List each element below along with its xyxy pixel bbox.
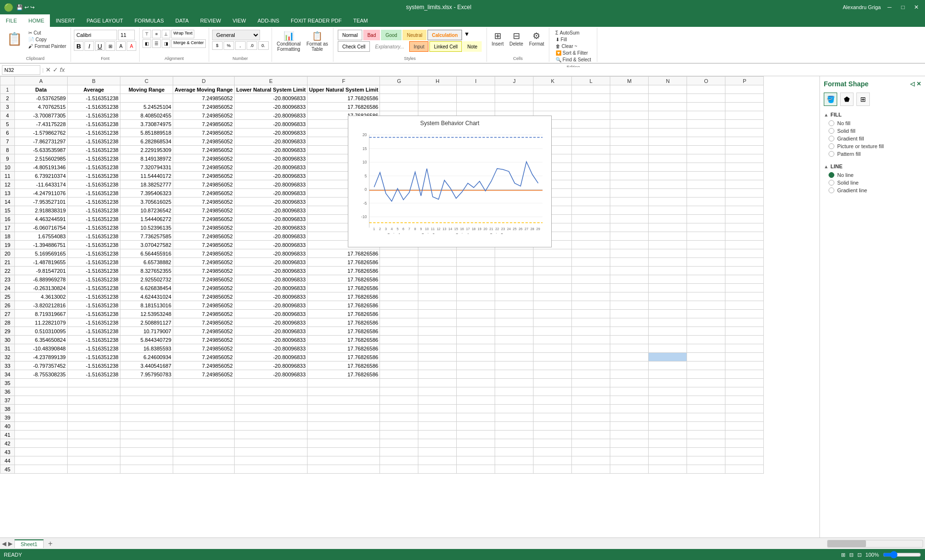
cell-b13[interactable]: -1.516351238 [68,189,120,198]
tab-foxit[interactable]: FOXIT READER PDF [285,14,347,27]
decrease-decimal-btn[interactable]: 0. [258,41,269,50]
view-normal-icon[interactable]: ⊞ [841,552,845,558]
empty-cell[interactable] [173,422,235,431]
cell-p21[interactable] [725,258,764,267]
cell-c12[interactable]: 18.38252777 [120,180,173,189]
cell-p23[interactable] [725,275,764,284]
zoom-slider[interactable] [883,551,921,559]
line-gradient[interactable]: Gradient line [824,187,921,194]
empty-cell[interactable] [15,431,68,439]
cell-o30[interactable] [687,336,725,344]
cell-c23[interactable]: 2.925502732 [120,275,173,284]
add-sheet-btn[interactable]: + [46,539,55,548]
cell-p32[interactable] [725,353,764,362]
cell-a32[interactable]: -4.237899139 [15,353,68,362]
font-size-input[interactable] [118,30,135,40]
cell-l34[interactable] [572,370,610,379]
cell-k29[interactable] [534,327,572,336]
empty-cell[interactable] [687,396,725,405]
cell-a26[interactable]: -3.820212816 [15,301,68,310]
cell-m7[interactable] [610,137,649,146]
cell-e34[interactable]: -20.80096833 [235,370,308,379]
cell-k31[interactable] [534,344,572,353]
cell-j25[interactable] [495,292,534,301]
cell-l30[interactable] [572,336,610,344]
empty-cell[interactable] [649,396,687,405]
cell-o28[interactable] [687,318,725,327]
cell-o15[interactable] [687,206,725,215]
cell-k26[interactable] [534,301,572,310]
cell-d6[interactable]: 7.249856052 [173,128,235,137]
cell-g22[interactable] [380,267,418,275]
cell-m17[interactable] [610,223,649,232]
cell-c31[interactable]: 16.8385593 [120,344,173,353]
row-header-21[interactable]: 21 [0,258,15,267]
cell-l21[interactable] [572,258,610,267]
cell-h28[interactable] [418,318,457,327]
restore-btn[interactable]: □ [898,2,908,12]
cell-g29[interactable] [380,327,418,336]
cell-o23[interactable] [687,275,725,284]
empty-cell[interactable] [457,422,495,431]
empty-cell[interactable] [687,431,725,439]
empty-cell[interactable] [15,465,68,474]
cell-i22[interactable] [457,267,495,275]
empty-cell[interactable] [610,465,649,474]
horizontal-scrollbar[interactable] [827,540,923,548]
cell-l4[interactable] [572,111,610,120]
empty-cell[interactable] [15,396,68,405]
empty-cell[interactable] [687,439,725,448]
cell-b31[interactable]: -1.516351238 [68,344,120,353]
cell-l25[interactable] [572,292,610,301]
cell-e21[interactable]: -20.80096833 [235,258,308,267]
cell-o27[interactable] [687,310,725,318]
cell-m13[interactable] [610,189,649,198]
cell-d29[interactable]: 7.249856052 [173,327,235,336]
cell-a4[interactable]: -3.700877305 [15,111,68,120]
format-shape-expand-icon[interactable]: ◁ [910,81,914,87]
empty-cell[interactable] [495,405,534,413]
cell-d28[interactable]: 7.249856052 [173,318,235,327]
cell-j32[interactable] [495,353,534,362]
cell-n19[interactable] [649,241,687,249]
picture-texture-radio[interactable] [829,143,834,149]
empty-cell[interactable] [120,413,173,422]
cell-b21[interactable]: -1.516351238 [68,258,120,267]
row-header-24[interactable]: 24 [0,284,15,292]
cell-m8[interactable] [610,146,649,154]
formula-input[interactable] [67,67,923,73]
empty-cell[interactable] [308,448,380,456]
tab-page-layout[interactable]: PAGE LAYOUT [81,14,129,27]
empty-cell[interactable] [457,379,495,387]
col-header-a[interactable]: A [15,77,68,85]
empty-cell[interactable] [380,422,418,431]
cell-l19[interactable] [572,241,610,249]
row-header-33[interactable]: 33 [0,362,15,370]
empty-cell[interactable] [308,422,380,431]
cell-i20[interactable] [457,249,495,258]
row-header-34[interactable]: 34 [0,370,15,379]
cell-j24[interactable] [495,284,534,292]
cell-m18[interactable] [610,232,649,241]
cell-g34[interactable] [380,370,418,379]
cell-n8[interactable] [649,146,687,154]
empty-cell[interactable] [68,413,120,422]
empty-cell[interactable] [235,422,308,431]
col-header-c[interactable]: C [120,77,173,85]
cell-c34[interactable]: 7.957950783 [120,370,173,379]
empty-cell[interactable] [572,448,610,456]
row-header-38[interactable]: 38 [0,405,15,413]
cell-e27[interactable]: -20.80096833 [235,310,308,318]
empty-cell[interactable] [308,465,380,474]
cell-l18[interactable] [572,232,610,241]
empty-cell[interactable] [610,387,649,396]
cell-h20[interactable] [418,249,457,258]
row-header-26[interactable]: 26 [0,301,15,310]
cell-c22[interactable]: 8.327652355 [120,267,173,275]
fill-solid[interactable]: Solid fill [824,127,921,135]
cell-m6[interactable] [610,128,649,137]
cell-e15[interactable]: -20.80096833 [235,206,308,215]
cell-o8[interactable] [687,146,725,154]
col-header-g[interactable]: G [380,77,418,85]
row-header-28[interactable]: 28 [0,318,15,327]
